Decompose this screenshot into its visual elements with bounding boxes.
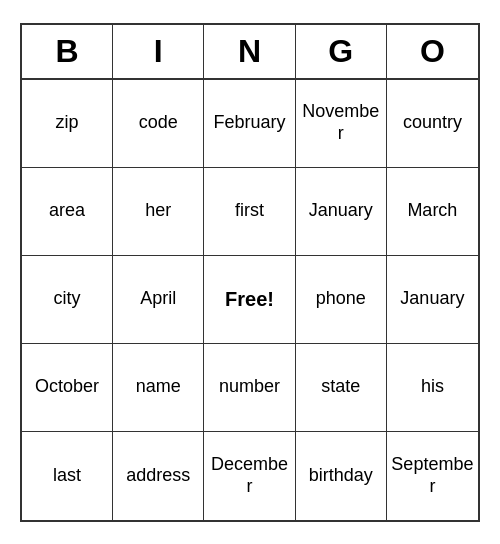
header-letter-B: B: [22, 25, 113, 78]
bingo-cell-3: November: [296, 80, 387, 168]
bingo-cell-24: September: [387, 432, 478, 520]
bingo-cell-13: phone: [296, 256, 387, 344]
bingo-cell-22: December: [204, 432, 295, 520]
header-letter-I: I: [113, 25, 204, 78]
bingo-cell-18: state: [296, 344, 387, 432]
bingo-cell-7: first: [204, 168, 295, 256]
bingo-cell-21: address: [113, 432, 204, 520]
header-letter-O: O: [387, 25, 478, 78]
bingo-cell-9: March: [387, 168, 478, 256]
bingo-cell-14: January: [387, 256, 478, 344]
bingo-grid: zipcodeFebruaryNovembercountryareaherfir…: [22, 80, 478, 520]
bingo-cell-10: city: [22, 256, 113, 344]
bingo-cell-0: zip: [22, 80, 113, 168]
bingo-cell-5: area: [22, 168, 113, 256]
bingo-cell-19: his: [387, 344, 478, 432]
header-letter-G: G: [296, 25, 387, 78]
bingo-cell-17: number: [204, 344, 295, 432]
header-letter-N: N: [204, 25, 295, 78]
bingo-cell-16: name: [113, 344, 204, 432]
bingo-header: BINGO: [22, 25, 478, 80]
bingo-cell-15: October: [22, 344, 113, 432]
bingo-cell-20: last: [22, 432, 113, 520]
bingo-cell-23: birthday: [296, 432, 387, 520]
bingo-card: BINGO zipcodeFebruaryNovembercountryarea…: [20, 23, 480, 522]
bingo-cell-8: January: [296, 168, 387, 256]
bingo-cell-1: code: [113, 80, 204, 168]
bingo-cell-11: April: [113, 256, 204, 344]
bingo-cell-6: her: [113, 168, 204, 256]
bingo-cell-2: February: [204, 80, 295, 168]
bingo-cell-12: Free!: [204, 256, 295, 344]
bingo-cell-4: country: [387, 80, 478, 168]
